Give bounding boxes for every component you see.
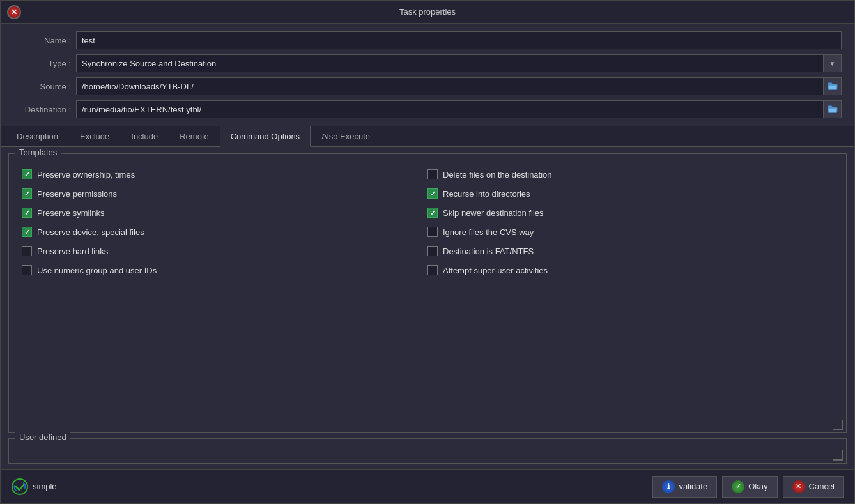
destination-label: Destination : [13, 105, 71, 114]
tab-remote[interactable]: Remote [169, 126, 220, 147]
folder-icon [827, 80, 838, 92]
checkbox-preserve-hard-links[interactable]: Preserve hard links [22, 246, 427, 256]
simple-label: simple [33, 482, 57, 491]
tab-include[interactable]: Include [120, 126, 169, 147]
close-icon: ✕ [11, 8, 17, 17]
attempt-superuser-checkbox[interactable] [427, 265, 438, 275]
preserve-ownership-checkbox[interactable] [22, 169, 32, 179]
checkbox-recurse-directories[interactable]: Recurse into directories [427, 188, 833, 199]
type-label: Type : [13, 59, 71, 68]
tab-exclude[interactable]: Exclude [69, 126, 120, 147]
folder-icon [827, 103, 838, 115]
source-input[interactable] [76, 77, 824, 95]
content-area: Templates Preserve ownership, times Pres… [1, 147, 854, 469]
delete-destination-checkbox[interactable] [427, 169, 438, 179]
checkbox-use-numeric-ids[interactable]: Use numeric group and user IDs [22, 265, 427, 275]
checkbox-attempt-superuser[interactable]: Attempt super-user activities [427, 265, 833, 275]
tab-also-execute[interactable]: Also Execute [311, 126, 381, 147]
checkbox-ignore-cvs[interactable]: Ignore files the CVS way [427, 227, 833, 237]
destination-fat-checkbox[interactable] [427, 246, 438, 256]
preserve-device-label: Preserve device, special files [37, 227, 144, 237]
checkboxes-area: Preserve ownership, times Preserve permi… [9, 154, 846, 432]
cancel-icon: ✕ [792, 480, 805, 493]
main-window: ✕ Task properties Name : Type : Synchron… [0, 0, 855, 504]
destination-browse-button[interactable] [824, 100, 842, 118]
okay-label: Okay [748, 482, 767, 491]
checkbox-preserve-permissions[interactable]: Preserve permissions [22, 188, 427, 199]
preserve-symlinks-checkbox[interactable] [22, 208, 32, 218]
checkbox-destination-fat[interactable]: Destination is FAT/NTFS [427, 246, 833, 256]
checkbox-preserve-ownership[interactable]: Preserve ownership, times [22, 169, 427, 179]
use-numeric-ids-checkbox[interactable] [22, 265, 32, 275]
dropdown-arrow-icon: ▼ [824, 54, 842, 72]
checkbox-skip-newer[interactable]: Skip newer destination files [427, 208, 833, 218]
titlebar: ✕ Task properties [1, 1, 854, 24]
tabs-bar: Description Exclude Include Remote Comma… [1, 126, 854, 147]
name-label: Name : [13, 36, 71, 45]
type-select[interactable]: Synchronize Source and Destination [76, 54, 824, 72]
use-numeric-ids-label: Use numeric group and user IDs [37, 266, 157, 275]
type-row: Type : Synchronize Source and Destinatio… [13, 54, 842, 72]
skip-newer-checkbox[interactable] [427, 208, 438, 218]
type-select-wrap: Synchronize Source and Destination ▼ [76, 54, 842, 72]
right-checkbox-column: Delete files on the destination Recurse … [427, 169, 833, 426]
name-input[interactable] [76, 31, 842, 49]
source-browse-button[interactable] [824, 77, 842, 95]
destination-input-wrap [76, 100, 842, 118]
destination-fat-label: Destination is FAT/NTFS [443, 247, 534, 256]
checkbox-preserve-symlinks[interactable]: Preserve symlinks [22, 208, 427, 218]
action-buttons: ℹ validate ✓ Okay ✕ Cancel [652, 476, 844, 498]
checkbox-preserve-device[interactable]: Preserve device, special files [22, 227, 427, 237]
preserve-device-checkbox[interactable] [22, 227, 32, 237]
user-defined-group: User defined [8, 438, 847, 464]
window-title: Task properties [399, 7, 456, 17]
source-label: Source : [13, 82, 71, 91]
attempt-superuser-label: Attempt super-user activities [443, 266, 548, 275]
preserve-symlinks-label: Preserve symlinks [37, 208, 104, 218]
close-button[interactable]: ✕ [7, 5, 21, 19]
group-box-corner-icon [833, 420, 843, 430]
okay-icon: ✓ [732, 480, 744, 493]
destination-row: Destination : [13, 100, 842, 118]
bottom-bar: simple ℹ validate ✓ Okay ✕ Cancel [1, 469, 854, 503]
okay-button[interactable]: ✓ Okay [722, 476, 777, 498]
ignore-cvs-checkbox[interactable] [427, 227, 438, 237]
simple-icon [11, 478, 29, 496]
skip-newer-label: Skip newer destination files [443, 208, 544, 218]
preserve-ownership-label: Preserve ownership, times [37, 170, 135, 179]
preserve-hard-links-checkbox[interactable] [22, 246, 32, 256]
source-row: Source : [13, 77, 842, 95]
cancel-label: Cancel [809, 482, 835, 491]
tab-description[interactable]: Description [6, 126, 69, 147]
source-input-wrap [76, 77, 842, 95]
cancel-button[interactable]: ✕ Cancel [783, 476, 844, 498]
templates-group: Templates Preserve ownership, times Pres… [8, 153, 847, 433]
left-checkbox-column: Preserve ownership, times Preserve permi… [22, 169, 427, 426]
validate-label: validate [679, 482, 707, 491]
form-area: Name : Type : Synchronize Source and Des… [1, 24, 854, 126]
validate-button[interactable]: ℹ validate [652, 476, 717, 498]
preserve-permissions-label: Preserve permissions [37, 189, 117, 199]
recurse-directories-checkbox[interactable] [427, 188, 438, 199]
checkbox-delete-destination[interactable]: Delete files on the destination [427, 169, 833, 179]
preserve-hard-links-label: Preserve hard links [37, 247, 108, 256]
user-defined-corner-icon [833, 450, 843, 461]
templates-title: Templates [15, 148, 61, 157]
tab-command-options[interactable]: Command Options [220, 126, 311, 147]
name-row: Name : [13, 31, 842, 49]
recurse-directories-label: Recurse into directories [443, 189, 530, 199]
delete-destination-label: Delete files on the destination [443, 170, 552, 179]
user-defined-title: User defined [15, 432, 70, 442]
validate-icon: ℹ [662, 480, 675, 493]
ignore-cvs-label: Ignore files the CVS way [443, 227, 534, 237]
preserve-permissions-checkbox[interactable] [22, 188, 32, 199]
simple-button[interactable]: simple [11, 478, 57, 496]
destination-input[interactable] [76, 100, 824, 118]
